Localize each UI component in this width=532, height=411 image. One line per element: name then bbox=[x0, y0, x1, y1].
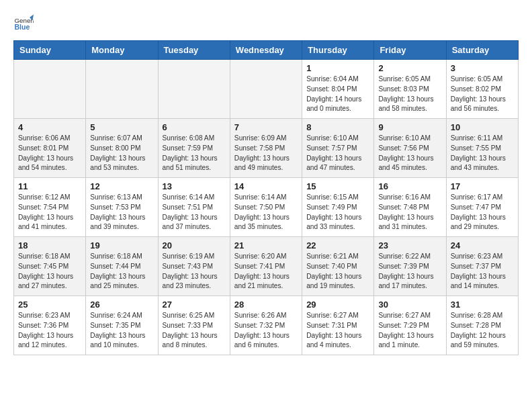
calendar-cell: 20Sunrise: 6:19 AM Sunset: 7:43 PM Dayli… bbox=[158, 237, 230, 296]
calendar-cell: 14Sunrise: 6:14 AM Sunset: 7:50 PM Dayli… bbox=[230, 178, 302, 237]
day-info: Sunrise: 6:14 AM Sunset: 7:50 PM Dayligh… bbox=[234, 193, 298, 232]
calendar-cell: 4Sunrise: 6:06 AM Sunset: 8:01 PM Daylig… bbox=[14, 119, 86, 178]
calendar-cell: 8Sunrise: 6:10 AM Sunset: 7:57 PM Daylig… bbox=[302, 119, 374, 178]
weekday-header-tuesday: Tuesday bbox=[158, 41, 230, 60]
week-row-2: 4Sunrise: 6:06 AM Sunset: 8:01 PM Daylig… bbox=[14, 119, 519, 178]
day-info: Sunrise: 6:16 AM Sunset: 7:48 PM Dayligh… bbox=[378, 193, 441, 232]
day-info: Sunrise: 6:26 AM Sunset: 7:32 PM Dayligh… bbox=[234, 311, 298, 351]
calendar-cell: 9Sunrise: 6:10 AM Sunset: 7:56 PM Daylig… bbox=[374, 119, 446, 178]
calendar-cell: 24Sunrise: 6:23 AM Sunset: 7:37 PM Dayli… bbox=[446, 237, 518, 296]
day-number: 5 bbox=[90, 122, 153, 132]
weekday-header-row: SundayMondayTuesdayWednesdayThursdayFrid… bbox=[14, 41, 519, 60]
weekday-header-wednesday: Wednesday bbox=[230, 41, 302, 60]
calendar-cell: 2Sunrise: 6:05 AM Sunset: 8:03 PM Daylig… bbox=[374, 60, 446, 119]
day-info: Sunrise: 6:27 AM Sunset: 7:29 PM Dayligh… bbox=[378, 311, 441, 351]
day-number: 22 bbox=[306, 240, 369, 250]
day-info: Sunrise: 6:13 AM Sunset: 7:53 PM Dayligh… bbox=[90, 193, 153, 232]
calendar-cell: 17Sunrise: 6:17 AM Sunset: 7:47 PM Dayli… bbox=[446, 178, 518, 237]
day-info: Sunrise: 6:10 AM Sunset: 7:57 PM Dayligh… bbox=[306, 134, 369, 173]
day-info: Sunrise: 6:05 AM Sunset: 8:03 PM Dayligh… bbox=[378, 75, 441, 114]
calendar-cell: 13Sunrise: 6:14 AM Sunset: 7:51 PM Dayli… bbox=[158, 178, 230, 237]
weekday-header-sunday: Sunday bbox=[14, 41, 86, 60]
calendar-cell: 22Sunrise: 6:21 AM Sunset: 7:40 PM Dayli… bbox=[302, 237, 374, 296]
day-info: Sunrise: 6:22 AM Sunset: 7:39 PM Dayligh… bbox=[378, 252, 441, 291]
day-number: 9 bbox=[378, 122, 441, 132]
weekday-header-thursday: Thursday bbox=[302, 41, 374, 60]
calendar-cell: 10Sunrise: 6:11 AM Sunset: 7:55 PM Dayli… bbox=[446, 119, 518, 178]
day-number: 21 bbox=[234, 240, 298, 250]
day-info: Sunrise: 6:23 AM Sunset: 7:36 PM Dayligh… bbox=[18, 311, 81, 351]
calendar-cell bbox=[230, 60, 302, 119]
calendar-cell: 28Sunrise: 6:26 AM Sunset: 7:32 PM Dayli… bbox=[230, 296, 302, 355]
day-number: 10 bbox=[451, 122, 514, 132]
day-number: 20 bbox=[163, 240, 226, 250]
day-number: 2 bbox=[378, 63, 441, 73]
day-info: Sunrise: 6:18 AM Sunset: 7:44 PM Dayligh… bbox=[90, 252, 153, 291]
day-info: Sunrise: 6:21 AM Sunset: 7:40 PM Dayligh… bbox=[306, 252, 369, 291]
calendar-cell: 15Sunrise: 6:15 AM Sunset: 7:49 PM Dayli… bbox=[302, 178, 374, 237]
calendar-cell: 25Sunrise: 6:23 AM Sunset: 7:36 PM Dayli… bbox=[14, 296, 86, 355]
calendar-cell: 21Sunrise: 6:20 AM Sunset: 7:41 PM Dayli… bbox=[230, 237, 302, 296]
calendar-cell: 7Sunrise: 6:09 AM Sunset: 7:58 PM Daylig… bbox=[230, 119, 302, 178]
day-number: 11 bbox=[18, 181, 81, 191]
day-info: Sunrise: 6:20 AM Sunset: 7:41 PM Dayligh… bbox=[234, 252, 298, 291]
day-info: Sunrise: 6:07 AM Sunset: 8:00 PM Dayligh… bbox=[90, 134, 153, 173]
day-number: 12 bbox=[90, 181, 153, 191]
day-number: 28 bbox=[234, 300, 298, 310]
day-number: 27 bbox=[163, 300, 226, 310]
week-row-3: 11Sunrise: 6:12 AM Sunset: 7:54 PM Dayli… bbox=[14, 178, 519, 237]
day-number: 7 bbox=[234, 122, 298, 132]
calendar-cell: 26Sunrise: 6:24 AM Sunset: 7:35 PM Dayli… bbox=[86, 296, 158, 355]
day-info: Sunrise: 6:14 AM Sunset: 7:51 PM Dayligh… bbox=[163, 193, 226, 232]
day-info: Sunrise: 6:24 AM Sunset: 7:35 PM Dayligh… bbox=[90, 311, 153, 351]
day-number: 18 bbox=[18, 240, 81, 250]
day-number: 3 bbox=[451, 63, 514, 73]
calendar-cell: 12Sunrise: 6:13 AM Sunset: 7:53 PM Dayli… bbox=[86, 178, 158, 237]
calendar-cell: 11Sunrise: 6:12 AM Sunset: 7:54 PM Dayli… bbox=[14, 178, 86, 237]
week-row-4: 18Sunrise: 6:18 AM Sunset: 7:45 PM Dayli… bbox=[14, 237, 519, 296]
calendar-cell: 31Sunrise: 6:28 AM Sunset: 7:28 PM Dayli… bbox=[446, 296, 518, 355]
calendar-table: SundayMondayTuesdayWednesdayThursdayFrid… bbox=[13, 40, 519, 355]
day-info: Sunrise: 6:18 AM Sunset: 7:45 PM Dayligh… bbox=[18, 252, 81, 291]
day-info: Sunrise: 6:17 AM Sunset: 7:47 PM Dayligh… bbox=[451, 193, 514, 232]
weekday-header-friday: Friday bbox=[374, 41, 446, 60]
day-number: 30 bbox=[378, 300, 441, 310]
day-number: 4 bbox=[18, 122, 81, 132]
day-number: 19 bbox=[90, 240, 153, 250]
day-number: 25 bbox=[18, 300, 81, 310]
day-number: 29 bbox=[306, 300, 369, 310]
day-number: 24 bbox=[451, 240, 514, 250]
day-number: 23 bbox=[378, 240, 441, 250]
week-row-1: 1Sunrise: 6:04 AM Sunset: 8:04 PM Daylig… bbox=[14, 60, 519, 119]
logo: General Blue bbox=[13, 13, 34, 34]
day-info: Sunrise: 6:09 AM Sunset: 7:58 PM Dayligh… bbox=[234, 134, 298, 173]
calendar-cell bbox=[14, 60, 86, 119]
weekday-header-monday: Monday bbox=[86, 41, 158, 60]
calendar-cell: 5Sunrise: 6:07 AM Sunset: 8:00 PM Daylig… bbox=[86, 119, 158, 178]
logo-icon: General Blue bbox=[13, 13, 34, 34]
day-info: Sunrise: 6:04 AM Sunset: 8:04 PM Dayligh… bbox=[306, 75, 369, 114]
week-row-5: 25Sunrise: 6:23 AM Sunset: 7:36 PM Dayli… bbox=[14, 296, 519, 355]
day-info: Sunrise: 6:12 AM Sunset: 7:54 PM Dayligh… bbox=[18, 193, 81, 232]
day-number: 1 bbox=[306, 63, 369, 73]
calendar-cell: 6Sunrise: 6:08 AM Sunset: 7:59 PM Daylig… bbox=[158, 119, 230, 178]
weekday-header-saturday: Saturday bbox=[446, 41, 518, 60]
calendar-cell bbox=[158, 60, 230, 119]
calendar-cell: 29Sunrise: 6:27 AM Sunset: 7:31 PM Dayli… bbox=[302, 296, 374, 355]
calendar-cell: 18Sunrise: 6:18 AM Sunset: 7:45 PM Dayli… bbox=[14, 237, 86, 296]
day-info: Sunrise: 6:25 AM Sunset: 7:33 PM Dayligh… bbox=[163, 311, 226, 351]
day-info: Sunrise: 6:11 AM Sunset: 7:55 PM Dayligh… bbox=[451, 134, 514, 173]
day-number: 14 bbox=[234, 181, 298, 191]
calendar-cell: 1Sunrise: 6:04 AM Sunset: 8:04 PM Daylig… bbox=[302, 60, 374, 119]
day-number: 6 bbox=[163, 122, 226, 132]
calendar-cell: 3Sunrise: 6:05 AM Sunset: 8:02 PM Daylig… bbox=[446, 60, 518, 119]
calendar-cell: 27Sunrise: 6:25 AM Sunset: 7:33 PM Dayli… bbox=[158, 296, 230, 355]
calendar-cell bbox=[86, 60, 158, 119]
day-info: Sunrise: 6:06 AM Sunset: 8:01 PM Dayligh… bbox=[18, 134, 81, 173]
svg-text:Blue: Blue bbox=[15, 23, 30, 31]
day-number: 16 bbox=[378, 181, 441, 191]
day-number: 31 bbox=[451, 300, 514, 310]
day-info: Sunrise: 6:15 AM Sunset: 7:49 PM Dayligh… bbox=[306, 193, 369, 232]
day-info: Sunrise: 6:05 AM Sunset: 8:02 PM Dayligh… bbox=[451, 75, 514, 114]
day-number: 13 bbox=[163, 181, 226, 191]
